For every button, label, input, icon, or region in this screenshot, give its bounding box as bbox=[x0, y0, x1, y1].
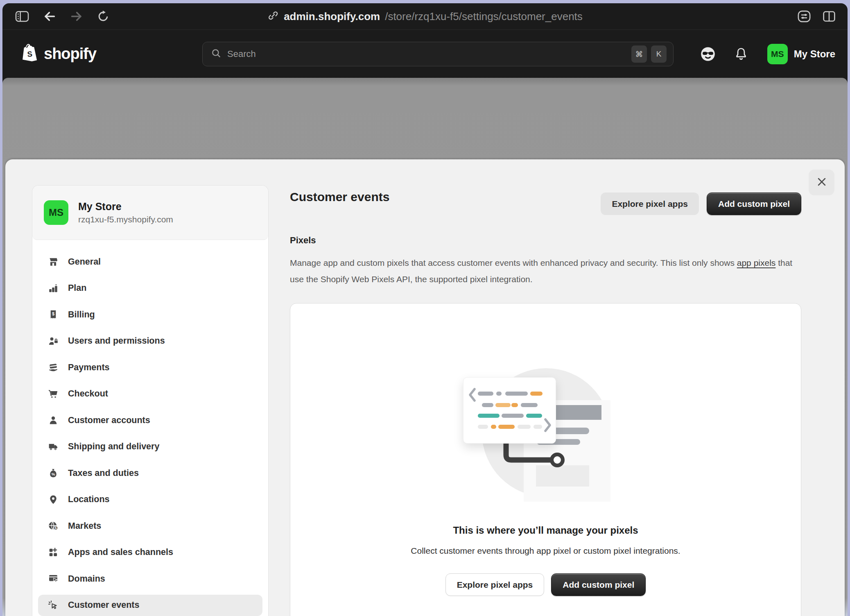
back-icon[interactable] bbox=[43, 9, 57, 23]
address-bar[interactable]: admin.shopify.com/store/rzq1xu-f5/settin… bbox=[267, 3, 583, 29]
sidebar-store-domain: rzq1xu-f5.myshopify.com bbox=[78, 215, 173, 224]
split-view-icon[interactable] bbox=[822, 10, 836, 23]
code-pill bbox=[478, 414, 500, 418]
empty-state-actions: Explore pixel apps Add custom pixel bbox=[290, 573, 801, 596]
shopify-header: S shopify Search ⌘ K MS My Store bbox=[2, 29, 848, 78]
settings-sidebar: MS My Store rzq1xu-f5.myshopify.com Gene… bbox=[32, 185, 269, 616]
sidebar-store-header: MS My Store rzq1xu-f5.myshopify.com bbox=[32, 186, 268, 240]
close-icon bbox=[816, 176, 827, 189]
shopify-bag-icon: S bbox=[21, 43, 40, 66]
sidebar-item-checkout[interactable]: Checkout bbox=[38, 383, 262, 405]
sidebar-item-label: Taxes and duties bbox=[68, 468, 139, 478]
sidebar-item-label: General bbox=[68, 257, 101, 267]
store-avatar: MS bbox=[44, 200, 68, 225]
sidebar-item-taxes-and-duties[interactable]: %Taxes and duties bbox=[38, 462, 262, 484]
domains-icon bbox=[47, 573, 59, 584]
notifications-bell-icon[interactable] bbox=[734, 47, 748, 61]
code-pill bbox=[526, 414, 542, 418]
code-pill bbox=[511, 403, 518, 407]
sidebar-item-general[interactable]: General bbox=[38, 251, 262, 272]
sidebar-item-domains[interactable]: Domains bbox=[38, 568, 262, 589]
sidebar-item-label: Billing bbox=[68, 310, 95, 320]
sidebar-item-billing[interactable]: $Billing bbox=[38, 304, 262, 325]
pixels-description: Manage app and custom pixels that access… bbox=[290, 255, 803, 288]
sidebar-item-customer-accounts[interactable]: Customer accounts bbox=[38, 410, 262, 431]
search-input[interactable]: Search ⌘ K bbox=[202, 42, 674, 66]
code-pill bbox=[505, 392, 528, 396]
svg-text:S: S bbox=[27, 49, 33, 58]
chevron-left-icon bbox=[468, 387, 477, 402]
sidebar-item-label: Payments bbox=[68, 362, 110, 373]
url-host: admin.shopify.com bbox=[284, 10, 380, 23]
header-actions: Explore pixel apps Add custom pixel bbox=[601, 192, 801, 215]
illustration-code-card bbox=[463, 377, 556, 444]
sidebar-item-users-and-permissions[interactable]: Users and permissions bbox=[38, 331, 262, 352]
svg-text:%: % bbox=[52, 472, 55, 476]
chevron-right-icon bbox=[543, 418, 552, 433]
sidebar-item-payments[interactable]: Payments bbox=[38, 357, 262, 378]
reload-icon[interactable] bbox=[97, 10, 110, 23]
code-pill bbox=[498, 425, 515, 429]
pixels-section-heading: Pixels bbox=[290, 235, 316, 246]
page-title: Customer events bbox=[290, 190, 389, 204]
sidebar-item-plan[interactable]: Plan bbox=[38, 278, 262, 299]
header-store-name[interactable]: My Store bbox=[794, 48, 835, 60]
close-button[interactable] bbox=[809, 170, 834, 195]
sidebar-toggle-icon[interactable] bbox=[15, 10, 29, 23]
search-icon bbox=[211, 48, 222, 60]
shopify-wordmark: shopify bbox=[44, 45, 96, 63]
code-pill bbox=[534, 425, 542, 429]
sidebar-item-label: Apps and sales channels bbox=[68, 547, 173, 557]
description-text-1: Manage app and custom pixels that access… bbox=[290, 258, 737, 267]
sidekick-face-icon[interactable] bbox=[699, 45, 717, 63]
pointer-click-icon bbox=[47, 600, 59, 611]
browser-window: admin.shopify.com/store/rzq1xu-f5/settin… bbox=[2, 3, 848, 616]
sidebar-item-label: Customer events bbox=[68, 600, 139, 610]
code-pill bbox=[518, 425, 531, 429]
explore-pixel-apps-button-card[interactable]: Explore pixel apps bbox=[445, 573, 545, 596]
code-pill bbox=[521, 403, 538, 407]
empty-state-heading: This is where you’ll manage your pixels bbox=[290, 525, 801, 536]
sidebar-item-customer-events[interactable]: Customer events bbox=[38, 595, 262, 616]
user-avatar[interactable]: MS bbox=[767, 44, 788, 64]
add-custom-pixel-button[interactable]: Add custom pixel bbox=[707, 192, 801, 215]
empty-state-subtitle: Collect customer events through app pixe… bbox=[290, 546, 801, 556]
app-pixels-link[interactable]: app pixels bbox=[737, 258, 776, 267]
pixels-empty-state-card: This is where you’ll manage your pixels … bbox=[290, 303, 801, 616]
link-icon bbox=[267, 10, 279, 23]
sidebar-item-apps-and-sales-channels[interactable]: Apps and sales channels bbox=[38, 542, 262, 563]
code-pill bbox=[502, 414, 524, 418]
svg-text:$: $ bbox=[52, 312, 54, 316]
code-pill bbox=[491, 425, 496, 429]
browser-settings-icon[interactable] bbox=[797, 10, 812, 23]
sidebar-item-label: Users and permissions bbox=[68, 336, 165, 346]
code-pill bbox=[495, 403, 511, 407]
sidebar-item-label: Checkout bbox=[68, 389, 108, 399]
forward-icon[interactable] bbox=[70, 9, 84, 23]
code-pill bbox=[496, 392, 502, 396]
globe-dollar-icon: $ bbox=[47, 520, 59, 532]
search-placeholder: Search bbox=[227, 49, 626, 59]
sidebar-item-label: Locations bbox=[68, 494, 110, 505]
code-pill bbox=[530, 392, 543, 396]
explore-pixel-apps-button[interactable]: Explore pixel apps bbox=[601, 192, 699, 215]
cmd-keycap: ⌘ bbox=[631, 45, 647, 63]
browser-toolbar: admin.shopify.com/store/rzq1xu-f5/settin… bbox=[2, 3, 848, 29]
cart-icon bbox=[47, 388, 59, 400]
payments-icon bbox=[47, 362, 59, 373]
shopify-logo[interactable]: S shopify bbox=[21, 43, 96, 66]
sidebar-item-shipping-and-delivery[interactable]: Shipping and delivery bbox=[38, 436, 262, 457]
sidebar-item-markets[interactable]: $Markets bbox=[38, 515, 262, 537]
sidebar-store-name: My Store bbox=[78, 201, 173, 213]
money-bag-icon: % bbox=[47, 467, 59, 479]
map-pin-icon bbox=[47, 494, 59, 505]
sidebar-item-label: Shipping and delivery bbox=[68, 442, 159, 452]
sidebar-item-locations[interactable]: Locations bbox=[38, 489, 262, 510]
code-pill bbox=[482, 403, 493, 407]
k-keycap: K bbox=[651, 45, 667, 63]
sidebar-item-label: Markets bbox=[68, 521, 101, 531]
sidebar-item-label: Domains bbox=[68, 574, 105, 584]
truck-icon bbox=[47, 441, 59, 453]
url-path: /store/rzq1xu-f5/settings/customer_event… bbox=[385, 10, 583, 23]
add-custom-pixel-button-card[interactable]: Add custom pixel bbox=[551, 573, 646, 596]
